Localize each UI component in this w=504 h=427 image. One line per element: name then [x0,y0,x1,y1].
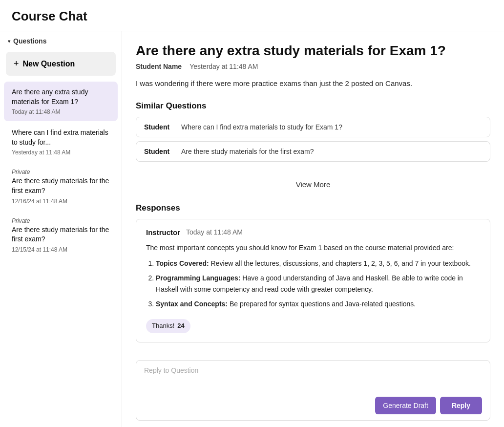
question-item-title: Are there any extra study materials for … [12,87,110,107]
sidebar-item-q4[interactable]: PrivateAre there study materials for the… [4,212,118,259]
question-item-time: 12/15/24 at 11:48 AM [12,246,110,253]
response-time: Today at 11:48 AM [186,228,243,236]
new-question-button[interactable]: + New Question [6,52,116,76]
question-item-time: Yesterday at 11:48 AM [12,149,110,156]
sidebar: ▾ Questions + New Question Are there any… [0,31,122,427]
question-time: Yesterday at 11:48 AM [189,63,258,70]
response-author: Instructor [146,228,180,236]
private-label: Private [12,169,110,175]
response-list-item-0: Topics Covered: Review all the lectures,… [156,258,480,269]
page-title: Course Chat [12,9,492,24]
new-question-label: New Question [23,60,75,68]
question-body: I was wondering if there were more pract… [136,78,490,89]
reply-actions: Generate Draft Reply [144,397,482,414]
sidebar-item-q3[interactable]: PrivateAre there study materials for the… [4,163,118,210]
similar-question-text: Are there study materials for the first … [181,148,314,155]
similar-questions-section: Similar Questions StudentWhere can I fin… [136,101,490,166]
question-title: Are there any extra study materials for … [136,43,490,59]
response-card-0: InstructorToday at 11:48 AMThe most impo… [136,219,490,343]
question-item-time: Today at 11:48 AM [12,108,110,115]
response-header: InstructorToday at 11:48 AM [146,228,480,236]
similar-question-text: Where can I find extra materials to stud… [181,123,342,131]
question-author: Student Name [136,63,182,70]
similar-question-row-1[interactable]: StudentAre there study materials for the… [136,141,490,162]
questions-section-header[interactable]: ▾ Questions [0,31,122,49]
main-content: Are there any extra study materials for … [122,31,504,427]
similar-question-label: Student [144,148,173,155]
reply-textarea[interactable] [144,366,482,391]
app-header: Course Chat [0,0,504,31]
generate-draft-button[interactable]: Generate Draft [375,397,436,414]
questions-header-label: Questions [13,37,46,45]
reply-area: Generate Draft Reply [136,360,490,421]
reply-button[interactable]: Reply [440,397,482,414]
response-list-item-1: Programming Languages: Have a good under… [156,273,480,295]
responses-heading: Responses [136,203,490,213]
response-intro: The most important concepts you should k… [146,242,480,253]
sidebar-items-list: Are there any extra study materials for … [0,81,122,260]
question-item-title: Are there study materials for the first … [12,225,110,244]
thanks-label: Thanks! [152,321,174,331]
sidebar-item-q2[interactable]: Where can I find extra materials to stud… [4,122,118,162]
private-label: Private [12,217,110,224]
question-item-time: 12/16/24 at 11:48 AM [12,198,110,205]
main-layout: ▾ Questions + New Question Are there any… [0,31,504,427]
sidebar-item-q1[interactable]: Are there any extra study materials for … [4,82,118,121]
view-more-button[interactable]: View More [136,175,490,193]
question-item-title: Are there study materials for the first … [12,176,110,195]
similar-questions-list: StudentWhere can I find extra materials … [136,117,490,162]
responses-list: InstructorToday at 11:48 AMThe most impo… [136,219,490,343]
similar-questions-heading: Similar Questions [136,101,490,111]
response-list: Topics Covered: Review all the lectures,… [146,258,480,310]
thanks-count: 24 [177,321,184,331]
question-item-title: Where can I find extra materials to stud… [12,128,110,147]
plus-icon: + [14,59,19,69]
similar-question-label: Student [144,123,173,131]
question-meta: Student Name Yesterday at 11:48 AM [136,63,490,70]
similar-question-row-0[interactable]: StudentWhere can I find extra materials … [136,117,490,137]
responses-section: Responses InstructorToday at 11:48 AMThe… [136,203,490,349]
chevron-down-icon: ▾ [8,39,10,44]
response-list-item-2: Syntax and Concepts: Be prepared for syn… [156,299,480,309]
response-body: The most important concepts you should k… [146,242,480,334]
thanks-badge[interactable]: Thanks!24 [146,319,190,333]
